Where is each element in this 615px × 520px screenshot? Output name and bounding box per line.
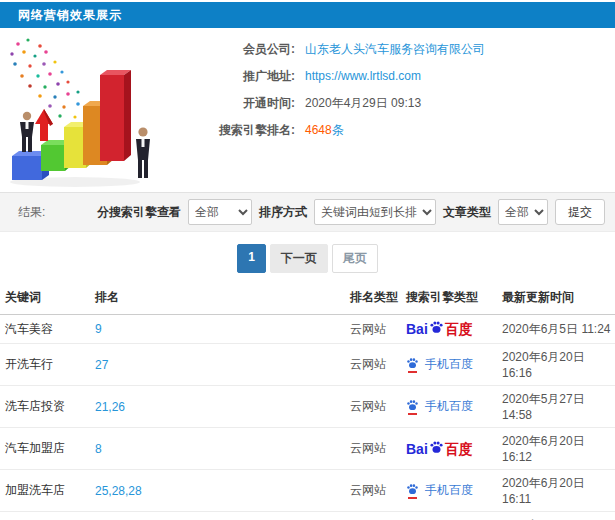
rank-cell[interactable]: 8 xyxy=(90,428,345,470)
sort-filter-select[interactable]: 关键词由短到长排序 xyxy=(314,199,436,225)
col-rank-type: 排名类型 xyxy=(345,281,401,315)
table-row: 开洗车行 27 云网站 Bai百度 手机百度 2020年6月20日 16:16 xyxy=(0,344,615,386)
engine-rank-unit: 条 xyxy=(332,122,344,139)
mobile-baidu-logo: 手机百度 xyxy=(406,398,473,415)
rank-cell[interactable]: 30 xyxy=(90,512,345,520)
keyword-cell: 洗车店投资 xyxy=(0,386,90,428)
baidu-paw-icon xyxy=(406,399,419,415)
rank-type-cell: 云网站 xyxy=(345,470,401,512)
rank-type-cell: 云网站 xyxy=(345,386,401,428)
member-company-link[interactable]: 山东老人头汽车服务咨询有限公司 xyxy=(305,41,485,58)
table-row: 加盟洗车店 25,28,28 云网站 Bai百度 手机百度 2020年6月20日… xyxy=(0,470,615,512)
article-type-select[interactable]: 全部 xyxy=(498,199,548,225)
baidu-logo: Bai百度 xyxy=(406,440,473,458)
col-updated: 最新更新时间 xyxy=(497,281,615,315)
member-info-panel: 会员公司: 山东老人头汽车服务咨询有限公司 推广地址: https://www.… xyxy=(185,32,485,190)
article-type-label: 文章类型 xyxy=(443,204,491,221)
engine-type-cell: Bai百度 手机百度 xyxy=(401,344,497,386)
up-arrow-icon xyxy=(35,109,53,141)
keyword-cell: 开洗车行 xyxy=(0,344,90,386)
updated-time-cell: 2020年6月20日 16:16 xyxy=(497,344,615,386)
bar-red xyxy=(100,70,131,161)
open-time-row: 开通时间: 2020年4月29日 09:13 xyxy=(185,94,485,112)
businessman-right xyxy=(136,127,150,178)
businessman-left xyxy=(20,112,34,152)
confetti-dots xyxy=(10,38,89,118)
baidu-paw-icon xyxy=(406,483,419,499)
keyword-cell: 汽车加盟店 xyxy=(0,428,90,470)
table-row: 汽车加盟店 8 云网站 Bai百度 百度 2020年6月20日 16:12 xyxy=(0,428,615,470)
engine-type-cell: Bai百度 手机百度 xyxy=(401,512,497,520)
page-title: 网络营销效果展示 xyxy=(18,7,122,24)
updated-time-cell: 2020年6月5日 11:24 xyxy=(497,315,615,344)
pagination: 1 下一页 尾页 xyxy=(0,244,615,273)
result-section-label: 结果: xyxy=(18,204,45,221)
sort-filter-label: 排序方式 xyxy=(259,204,307,221)
updated-time-cell: 2020年6月20日 16:12 xyxy=(497,512,615,520)
promo-url-link[interactable]: https://www.lrtlsd.com xyxy=(305,69,421,83)
engine-filter-select[interactable]: 全部 xyxy=(188,199,252,225)
next-page-button[interactable]: 下一页 xyxy=(270,244,328,273)
engine-type-cell: Bai百度 百度 xyxy=(401,315,497,344)
bar-chart-illustration xyxy=(0,32,185,190)
col-engine-type: 搜索引擎类型 xyxy=(401,281,497,315)
member-company-row: 会员公司: 山东老人头汽车服务咨询有限公司 xyxy=(185,40,485,58)
rank-cell[interactable]: 25,28,28 xyxy=(90,470,345,512)
rank-cell[interactable]: 21,26 xyxy=(90,386,345,428)
member-company-label: 会员公司: xyxy=(185,41,295,58)
engine-rank-count: 4648 xyxy=(305,123,332,137)
table-row: 汽车美容 9 云网站 Bai百度 百度 2020年6月5日 11:24 xyxy=(0,315,615,344)
table-row: 洗车店投资 21,26 云网站 Bai百度 手机百度 2020年5月27日 14… xyxy=(0,386,615,428)
table-header-row: 关键词 排名 排名类型 搜索引擎类型 最新更新时间 xyxy=(0,281,615,315)
engine-rank-label: 搜索引擎排名: xyxy=(185,122,295,139)
keyword-rank-table: 关键词 排名 排名类型 搜索引擎类型 最新更新时间 汽车美容 9 云网站 Bai… xyxy=(0,281,615,520)
keyword-cell: 汽车美容 xyxy=(0,315,90,344)
filter-bar: 结果: 分搜索引擎查看 全部 排序方式 关键词由短到长排序 文章类型 全部 提交 xyxy=(0,192,615,232)
updated-time-cell: 2020年5月27日 14:58 xyxy=(497,386,615,428)
promo-url-row: 推广地址: https://www.lrtlsd.com xyxy=(185,67,485,85)
baidu-paw-icon xyxy=(406,357,419,373)
open-time-value: 2020年4月29日 09:13 xyxy=(305,95,421,112)
rank-type-cell: 云网站 xyxy=(345,315,401,344)
filter-controls: 分搜索引擎查看 全部 排序方式 关键词由短到长排序 文章类型 全部 提交 xyxy=(97,199,605,225)
rank-cell[interactable]: 27 xyxy=(90,344,345,386)
engine-type-cell: Bai百度 手机百度 xyxy=(401,386,497,428)
promo-url-label: 推广地址: xyxy=(185,68,295,85)
submit-button[interactable]: 提交 xyxy=(555,199,605,225)
baidu-logo: Bai百度 xyxy=(406,320,473,338)
rank-type-cell: 云网站 xyxy=(345,428,401,470)
table-row: 洗车赚钱吗 30 云网站 Bai百度 手机百度 2020年6月20日 16:12 xyxy=(0,512,615,520)
rank-type-cell: 云网站 xyxy=(345,512,401,520)
rank-cell[interactable]: 9 xyxy=(90,315,345,344)
summary-section: 会员公司: 山东老人头汽车服务咨询有限公司 推广地址: https://www.… xyxy=(0,28,615,190)
page-header: 网络营销效果展示 xyxy=(0,2,615,28)
updated-time-cell: 2020年6月20日 16:11 xyxy=(497,470,615,512)
last-page-button[interactable]: 尾页 xyxy=(332,244,378,273)
keyword-cell: 洗车赚钱吗 xyxy=(0,512,90,520)
mobile-baidu-logo: 手机百度 xyxy=(406,482,473,499)
col-keyword: 关键词 xyxy=(0,281,90,315)
engine-type-cell: Bai百度 百度 xyxy=(401,428,497,470)
page-1-button[interactable]: 1 xyxy=(237,244,266,273)
keyword-cell: 加盟洗车店 xyxy=(0,470,90,512)
engine-filter-label: 分搜索引擎查看 xyxy=(97,204,181,221)
updated-time-cell: 2020年6月20日 16:12 xyxy=(497,428,615,470)
open-time-label: 开通时间: xyxy=(185,95,295,112)
col-rank: 排名 xyxy=(90,281,345,315)
engine-rank-row: 搜索引擎排名: 4648 条 xyxy=(185,121,485,139)
mobile-baidu-logo: 手机百度 xyxy=(406,356,473,373)
rank-type-cell: 云网站 xyxy=(345,344,401,386)
engine-type-cell: Bai百度 手机百度 xyxy=(401,470,497,512)
